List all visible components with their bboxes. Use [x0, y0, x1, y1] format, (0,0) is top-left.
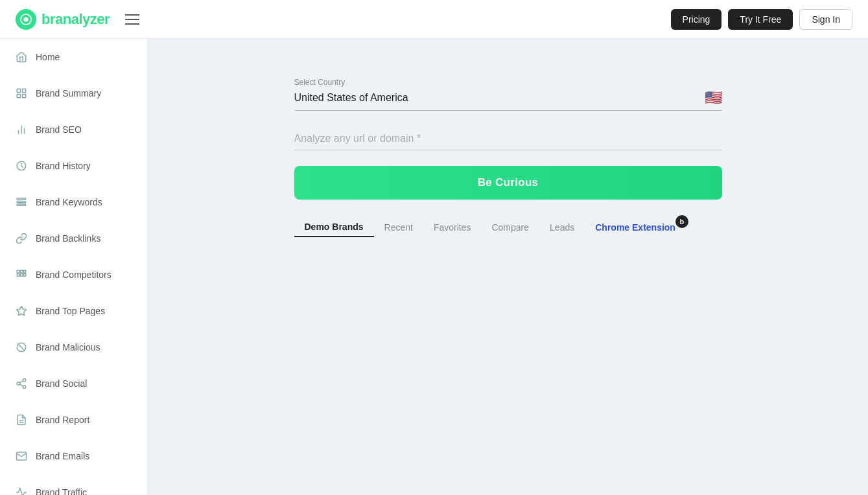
sidebar-item-brand-backlinks-label: Brand Backlinks — [36, 233, 100, 244]
report-icon — [15, 413, 28, 426]
sidebar: Home Brand Summary Brand SEO — [0, 39, 148, 495]
summary-icon — [15, 87, 28, 100]
sidebar-item-brand-history-label: Brand History — [36, 161, 91, 171]
svg-rect-3 — [23, 89, 26, 92]
sidebar-item-brand-competitors[interactable]: Brand Competitors — [0, 257, 147, 293]
tab-recent[interactable]: Recent — [374, 218, 423, 236]
country-value: United States of America — [294, 92, 408, 104]
pricing-button[interactable]: Pricing — [671, 9, 722, 30]
tab-demo-brands[interactable]: Demo Brands — [294, 218, 374, 237]
malicious-icon — [15, 341, 28, 354]
sidebar-item-brand-traffic[interactable]: Brand Traffic — [0, 474, 147, 495]
sidebar-item-brand-malicious[interactable]: Brand Malicious — [0, 329, 147, 365]
sidebar-item-brand-report[interactable]: Brand Report — [0, 402, 147, 438]
svg-rect-13 — [17, 270, 19, 273]
sidebar-item-brand-social-label: Brand Social — [36, 378, 87, 389]
svg-line-26 — [19, 381, 23, 383]
select-country-label: Select Country — [294, 78, 722, 87]
sidebar-item-brand-traffic-label: Brand Traffic — [36, 487, 87, 495]
svg-rect-2 — [17, 89, 20, 92]
sidebar-item-brand-backlinks[interactable]: Brand Backlinks — [0, 220, 147, 257]
logo-icon — [16, 9, 36, 30]
sidebar-item-brand-keywords[interactable]: Brand Keywords — [0, 184, 147, 220]
traffic-icon — [15, 486, 28, 495]
main-content: Select Country United States of America … — [148, 39, 868, 495]
hamburger-menu[interactable] — [123, 12, 142, 27]
history-icon — [15, 159, 28, 172]
svg-line-21 — [18, 344, 25, 351]
sidebar-item-brand-keywords-label: Brand Keywords — [36, 197, 102, 207]
sidebar-item-brand-malicious-label: Brand Malicious — [36, 342, 100, 352]
svg-rect-15 — [24, 270, 26, 273]
chrome-badge: b — [675, 215, 688, 228]
svg-rect-4 — [17, 95, 20, 98]
tab-leads[interactable]: Leads — [539, 218, 585, 236]
flag-icon: 🇺🇸 — [705, 89, 722, 106]
svg-rect-10 — [17, 198, 26, 200]
body-wrap: Home Brand Summary Brand SEO — [0, 39, 868, 495]
sidebar-item-brand-seo-label: Brand SEO — [36, 124, 82, 135]
svg-line-25 — [19, 384, 23, 386]
svg-rect-12 — [17, 204, 26, 205]
header-left: branalyzer — [16, 9, 142, 30]
home-icon — [15, 51, 28, 63]
tab-chrome-extension[interactable]: Chrome Extension — [585, 218, 686, 236]
sidebar-item-home-label: Home — [36, 52, 60, 62]
svg-point-1 — [23, 17, 28, 21]
keywords-icon — [15, 196, 28, 209]
svg-rect-16 — [17, 274, 19, 277]
seo-icon — [15, 123, 28, 136]
sidebar-item-brand-report-label: Brand Report — [36, 415, 89, 425]
header-right: Pricing Try It Free Sign In — [671, 9, 852, 30]
sidebar-item-brand-seo[interactable]: Brand SEO — [0, 111, 147, 148]
tab-favorites[interactable]: Favorites — [423, 218, 482, 236]
svg-rect-14 — [21, 270, 23, 273]
be-curious-button[interactable]: Be Curious — [294, 166, 722, 200]
competitors-icon — [15, 268, 28, 281]
url-input-wrap — [294, 129, 722, 150]
sidebar-item-brand-top-pages-label: Brand Top Pages — [36, 306, 105, 316]
svg-rect-11 — [17, 201, 26, 203]
sidebar-item-brand-top-pages[interactable]: Brand Top Pages — [0, 293, 147, 329]
logo[interactable]: branalyzer — [16, 9, 110, 30]
sign-in-button[interactable]: Sign In — [799, 9, 852, 30]
sidebar-item-brand-history[interactable]: Brand History — [0, 148, 147, 184]
try-it-free-button[interactable]: Try It Free — [728, 9, 793, 30]
sidebar-item-brand-competitors-label: Brand Competitors — [36, 270, 111, 280]
header: branalyzer Pricing Try It Free Sign In — [0, 0, 868, 39]
search-box: Select Country United States of America … — [294, 78, 722, 237]
top-pages-icon — [15, 305, 28, 317]
tab-compare[interactable]: Compare — [481, 218, 539, 236]
url-input[interactable] — [294, 129, 722, 150]
sidebar-item-home[interactable]: Home — [0, 39, 147, 75]
backlinks-icon — [15, 232, 28, 245]
chrome-extension-wrap: Chrome Extension b — [585, 222, 686, 233]
logo-text: branalyzer — [41, 11, 110, 28]
sidebar-item-brand-emails[interactable]: Brand Emails — [0, 438, 147, 474]
sidebar-item-brand-emails-label: Brand Emails — [36, 451, 89, 461]
social-icon — [15, 377, 28, 390]
emails-icon — [15, 450, 28, 463]
sidebar-item-brand-summary[interactable]: Brand Summary — [0, 75, 147, 111]
sidebar-item-brand-summary-label: Brand Summary — [36, 88, 101, 98]
svg-rect-17 — [21, 274, 23, 277]
country-selector[interactable]: United States of America 🇺🇸 — [294, 89, 722, 111]
tabs-row: Demo Brands Recent Favorites Compare Lea… — [294, 218, 722, 237]
svg-marker-19 — [17, 306, 27, 316]
svg-rect-18 — [24, 274, 26, 277]
svg-rect-5 — [23, 95, 26, 98]
sidebar-item-brand-social[interactable]: Brand Social — [0, 365, 147, 402]
